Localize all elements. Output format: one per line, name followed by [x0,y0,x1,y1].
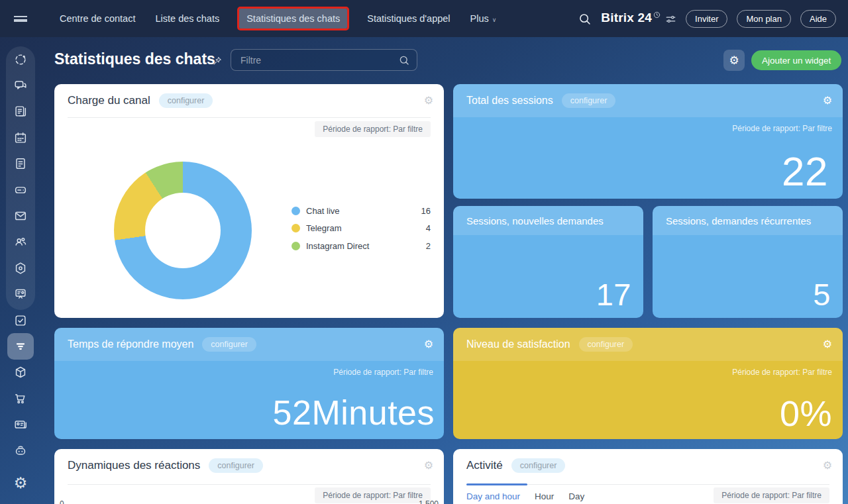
help-button[interactable]: Aide [800,10,836,28]
sidebar-item-crm-icon[interactable] [0,255,41,281]
sidebar-item-settings-icon[interactable]: ⚙ [0,470,41,496]
widget-title: Total des sessions [466,95,553,107]
sidebar-item-market-icon[interactable] [0,360,41,385]
search-icon[interactable] [578,12,592,26]
widget-gear-icon[interactable]: ⚙ [424,95,433,107]
legend-item-telegram[interactable]: Telegram 4 [292,220,431,238]
widget-activity: Activité configurer ⚙ Période de rapport… [453,449,843,504]
clock-icon [653,11,661,20]
sidebar-item-sign-icon[interactable] [0,281,41,307]
legend-label: Chat live [306,206,421,216]
sidebar-item-docs-icon[interactable] [0,151,41,177]
nav-item-call-statistics[interactable]: Statistiques d'appel [367,9,450,28]
my-plan-button[interactable]: Mon plan [737,10,790,28]
widget-total-sessions: Total des sessions configurer ⚙ Période … [453,84,843,199]
configure-button[interactable]: configurer [202,337,256,352]
app-window: Centre de contact Liste des chats Statis… [0,0,848,504]
legend-label: Instagram Direct [306,241,426,251]
legend-dot [292,207,300,215]
widget-gear-icon[interactable]: ⚙ [424,460,433,472]
sidebar-item-store-icon[interactable] [0,385,41,411]
legend-item-chat-live[interactable]: Chat live 16 [292,202,431,220]
gear-icon: ⚙ [729,55,739,66]
report-period-label: Période de rapport: Par filtre [333,368,433,377]
activity-tabs: Day and hour Hour Day [466,491,584,501]
pin-icon[interactable] [212,56,223,69]
sidebar-item-calendar-icon[interactable] [0,125,41,150]
widget-title: Charge du canal [68,94,150,107]
widget-gear-icon[interactable]: ⚙ [823,95,832,107]
nav-item-chat-list[interactable]: Liste des chats [155,9,219,28]
sidebar-item-drive-icon[interactable] [0,177,41,203]
widget-title: Niveau de satisfaction [466,338,570,350]
brand-name: Bitrix 24 [601,11,652,25]
channel-load-donut[interactable] [114,162,252,299]
report-period-label: Période de rapport: Par filtre [315,487,431,503]
configure-button[interactable]: configurer [579,337,633,352]
page-title: Statistiques des chats [54,50,215,68]
widget-title: Sessions, demandes récurrentes [666,215,811,227]
divider [68,117,431,118]
widget-title: Activité [466,459,503,472]
hamburger-menu-icon[interactable] [0,0,41,37]
report-period-label: Période de rapport: Par filtre [732,368,832,377]
filter-box[interactable] [231,49,417,71]
brand-logo[interactable]: Bitrix 24 [601,11,676,26]
configure-button[interactable]: configurer [209,458,263,473]
nav-item-chat-statistics[interactable]: Statistiques des chats [239,9,347,28]
widget-value: 5 [813,279,831,310]
widget-title: Dynamiques des réactions [68,459,200,472]
widget-channel-load: Charge du canal configurer ⚙ Période de … [54,84,444,318]
widget-value: 52Minutes [273,395,435,430]
sidebar-item-employees-icon[interactable] [0,229,41,255]
legend-value: 4 [426,223,431,233]
chart-legend: Chat live 16 Telegram 4 Instagram Direct… [292,202,431,255]
active-tab-indicator [466,483,527,485]
widget-sessions-new-requests: Sessions, nouvelles demandes 17 [453,206,643,318]
configure-button[interactable]: configurer [562,93,616,108]
tab-hour[interactable]: Hour [535,491,554,501]
axis-min-label: 0 [60,499,64,504]
sidebar-item-contacts-icon[interactable] [0,411,41,437]
legend-item-instagram-direct[interactable]: Instagram Direct 2 [292,237,431,255]
dashboard-settings-button[interactable]: ⚙ [723,50,745,71]
sidebar-item-statistics-funnel-icon[interactable] [0,333,41,359]
nav-item-contact-center[interactable]: Centre de contact [60,9,135,28]
widget-value: 17 [596,279,631,310]
nav-more-label: Plus [470,13,489,24]
search-icon [398,54,410,66]
add-widget-button[interactable]: Ajouter un widget [751,50,841,70]
filter-input[interactable] [240,55,398,66]
divider [68,484,431,485]
sidebar-item-automation-icon[interactable] [0,438,41,464]
legend-label: Telegram [306,223,426,233]
configure-button[interactable]: configurer [159,93,213,108]
sliders-icon[interactable] [665,15,676,26]
main-nav: Centre de contact Liste des chats Statis… [41,9,496,28]
topbar: Centre de contact Liste des chats Statis… [0,0,848,37]
configure-button[interactable]: configurer [511,458,566,473]
nav-item-more[interactable]: Plus∨ [470,9,497,28]
sidebar-item-messenger-icon[interactable] [0,72,41,98]
sidebar-item-copilot-icon[interactable] [0,46,41,72]
widget-gear-icon[interactable]: ⚙ [823,338,832,350]
widget-gear-icon[interactable]: ⚙ [823,460,832,472]
report-period-label: Période de rapport: Par filtre [732,124,832,133]
widget-avg-response-time: Temps de répondre moyen configurer ⚙ Pér… [54,328,444,439]
widget-satisfaction-level: Niveau de satisfaction configurer ⚙ Péri… [453,328,843,439]
legend-dot [292,242,300,250]
sidebar-item-tasks-icon[interactable] [0,307,41,333]
chevron-down-icon: ∨ [492,17,497,23]
axis-max-label: 1 500 [419,499,439,504]
tab-day[interactable]: Day [568,491,584,501]
invite-button[interactable]: Inviter [686,10,727,28]
widget-value: 22 [782,151,828,192]
widget-value: 0% [780,395,832,431]
widget-reactions-dynamics: Dynamiques des réactions configurer ⚙ Pé… [54,449,444,504]
tab-day-and-hour[interactable]: Day and hour [466,491,520,501]
sidebar-item-mail-icon[interactable] [0,203,41,228]
widget-gear-icon[interactable]: ⚙ [424,338,433,350]
legend-value: 2 [426,241,431,251]
widget-title: Sessions, nouvelles demandes [466,215,604,227]
sidebar-item-feed-icon[interactable] [0,99,41,125]
